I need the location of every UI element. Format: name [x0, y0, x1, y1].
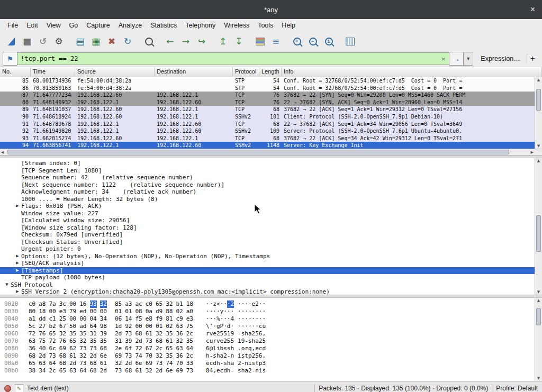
hex-byte[interactable]: 35: [79, 330, 86, 338]
hex-byte[interactable]: 65: [49, 330, 56, 338]
hex-byte[interactable]: 65: [59, 367, 66, 375]
hex-byte[interactable]: 18: [39, 308, 46, 315]
hex-byte[interactable]: 7a: [49, 300, 56, 308]
hex-byte[interactable]: 32: [115, 360, 122, 367]
packet-row-89[interactable]: 8971.648191037192.168.122.60192.168.122.…: [0, 106, 535, 113]
hex-byte[interactable]: 2d: [125, 360, 132, 367]
go-back-button[interactable]: ←: [162, 34, 178, 49]
hex-byte[interactable]: 73: [79, 345, 86, 352]
hex-byte[interactable]: 68: [125, 367, 132, 375]
hex-byte[interactable]: 63: [69, 367, 76, 375]
find-packet-button[interactable]: [141, 34, 157, 49]
filter-bookmark-icon[interactable]: ⚑: [3, 52, 17, 66]
detail-line[interactable]: Sequence number: 42 (relative sequence n…: [0, 174, 535, 181]
window-close-button[interactable]: ×: [530, 5, 535, 14]
hex-byte[interactable]: 73: [79, 360, 86, 367]
hex-byte[interactable]: 01: [125, 308, 132, 315]
hex-byte[interactable]: f9: [156, 315, 162, 323]
scroll-left-icon[interactable]: ◀: [1, 150, 4, 155]
filter-add-button[interactable]: +: [527, 54, 539, 63]
scrollbar-thumb[interactable]: [536, 308, 541, 325]
hex-byte[interactable]: c1: [49, 315, 56, 323]
auto-scroll-button[interactable]: ≡: [268, 34, 284, 49]
packet-row-92[interactable]: 9271.661949820192.168.122.1192.168.122.6…: [0, 127, 535, 135]
column-header-info[interactable]: Info: [282, 67, 542, 77]
hex-byte[interactable]: 00: [49, 308, 56, 315]
detail-line[interactable]: Checksum: 0x79ed [unverified]: [0, 231, 535, 239]
hex-byte[interactable]: 64: [79, 367, 86, 375]
hex-byte[interactable]: 32: [59, 330, 66, 338]
hex-row-00a0[interactable]: 00a0656364682d736861322d6e6973747033ecdh…: [0, 360, 535, 367]
hex-byte[interactable]: 80: [29, 308, 35, 315]
capture-options-button[interactable]: ⚙: [51, 34, 67, 49]
hex-byte[interactable]: 73: [156, 360, 162, 367]
hex-byte[interactable]: 68: [90, 367, 97, 375]
hex-byte[interactable]: 08: [136, 308, 142, 315]
packet-row-85[interactable]: 8568.001734936fe:54:00:d4:38:2aSTP54Conf…: [0, 77, 535, 85]
hex-byte[interactable]: 63: [39, 360, 46, 367]
go-to-packet-button[interactable]: ↪: [194, 34, 210, 49]
menu-tools[interactable]: Tools: [254, 20, 277, 31]
zoom-in-button[interactable]: +: [289, 34, 305, 49]
hex-byte[interactable]: 74: [136, 352, 142, 360]
detail-line[interactable]: ▶[SEQ/ACK analysis]: [0, 260, 535, 267]
go-forward-button[interactable]: →: [178, 34, 194, 49]
hex-byte[interactable]: 92: [125, 323, 132, 330]
scrollbar-thumb[interactable]: [7, 150, 509, 154]
hex-byte[interactable]: 32: [79, 352, 86, 360]
capture-comment-icon[interactable]: ✎: [15, 384, 23, 392]
hex-row-00b0[interactable]: 00b038342c656364682d736861322d6e697384,e…: [0, 367, 535, 375]
hex-byte[interactable]: 1d: [115, 323, 122, 330]
menu-go[interactable]: Go: [65, 20, 83, 31]
hex-byte[interactable]: 36: [176, 352, 183, 360]
hex-byte[interactable]: 81: [166, 315, 173, 323]
hex-byte[interactable]: 32: [156, 352, 162, 360]
hex-byte[interactable]: 73: [125, 330, 132, 338]
column-header-proto[interactable]: Protocol: [233, 67, 259, 77]
hex-byte[interactable]: 16: [79, 300, 86, 308]
column-header-src[interactable]: Source: [75, 67, 155, 77]
hex-byte[interactable]: 2d: [100, 367, 107, 375]
expert-info-icon[interactable]: [4, 385, 11, 392]
menu-view[interactable]: View: [42, 20, 65, 31]
hex-byte[interactable]: 65: [156, 300, 162, 308]
hex-byte[interactable]: 69: [176, 367, 183, 375]
hex-byte[interactable]: 62: [69, 345, 76, 352]
details-vertical-scrollbar[interactable]: ▲ ▼: [535, 158, 542, 295]
detail-line[interactable]: [Checksum Status: Unverified]: [0, 239, 535, 246]
hex-byte[interactable]: 5c: [29, 323, 35, 330]
hex-byte[interactable]: 69: [146, 360, 152, 367]
hex-byte[interactable]: 04: [90, 315, 97, 323]
hex-byte[interactable]: 6c: [49, 345, 56, 352]
packet-row-87[interactable]: 8771.647777234192.168.122.60192.168.122.…: [0, 92, 535, 99]
menu-wireless[interactable]: Wireless: [220, 20, 254, 31]
hex-byte[interactable]: 32: [166, 300, 173, 308]
hex-byte[interactable]: 65: [69, 338, 76, 345]
hex-byte[interactable]: 3c: [59, 300, 66, 308]
hex-byte[interactable]: 27: [39, 323, 46, 330]
hex-byte[interactable]: 65: [166, 345, 173, 352]
hex-byte[interactable]: b2: [49, 323, 56, 330]
hex-byte[interactable]: 88: [166, 308, 173, 315]
detail-line[interactable]: Acknowledgment number: 34 (relative ack …: [0, 188, 535, 196]
hex-byte[interactable]: 2d: [136, 338, 142, 345]
hex-byte[interactable]: 63: [176, 345, 183, 352]
detail-line[interactable]: [Stream index: 0]: [0, 160, 535, 167]
scroll-right-icon[interactable]: ▶: [531, 150, 534, 155]
detail-line[interactable]: [TCP Segment Len: 1080]: [0, 167, 535, 175]
hex-byte[interactable]: 00: [69, 300, 76, 308]
menu-help[interactable]: Help: [277, 20, 300, 31]
hex-byte[interactable]: 33: [186, 360, 193, 367]
hex-byte[interactable]: ed: [79, 308, 86, 315]
hex-byte[interactable]: 63: [176, 323, 183, 330]
detail-line[interactable]: ▶SSH Version 2 (encryption:chacha20-poly…: [0, 288, 535, 295]
detail-line[interactable]: ▶Options: (12 bytes), No-Operation (NOP)…: [0, 253, 535, 260]
expression-button[interactable]: Expression…: [473, 55, 526, 62]
hex-byte[interactable]: 01: [115, 308, 122, 315]
hex-row-0020[interactable]: 0020c0a87a3c0016933285a3acc06532b118··z<…: [0, 300, 535, 308]
hex-byte[interactable]: 73: [186, 367, 193, 375]
hex-byte[interactable]: 68: [29, 352, 35, 360]
hex-byte[interactable]: 32: [176, 338, 183, 345]
status-profile[interactable]: Profile: Default: [496, 385, 538, 392]
filter-apply-button[interactable]: →: [449, 52, 464, 66]
